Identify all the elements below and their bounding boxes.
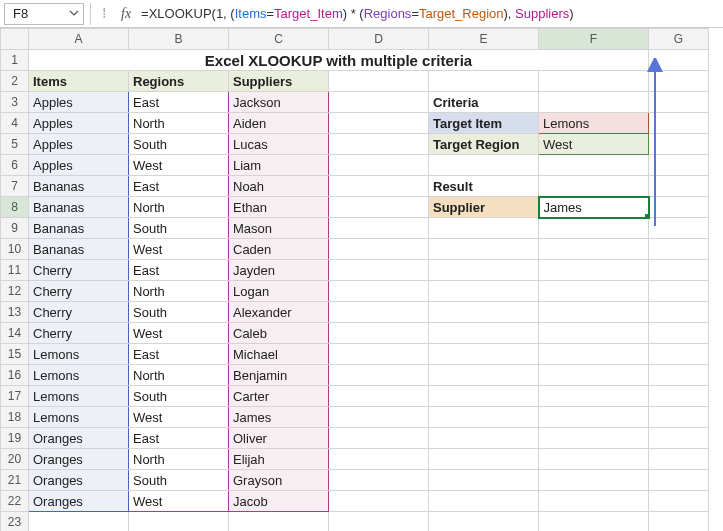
cell[interactable] xyxy=(649,92,709,113)
table-row[interactable]: 16LemonsNorthBenjamin xyxy=(1,365,709,386)
cell[interactable] xyxy=(429,260,539,281)
cell[interactable] xyxy=(329,428,429,449)
cell[interactable] xyxy=(329,344,429,365)
cell[interactable]: Liam xyxy=(229,155,329,176)
table-row[interactable]: 17LemonsSouthCarter xyxy=(1,386,709,407)
cell[interactable] xyxy=(329,407,429,428)
cell[interactable]: Lucas xyxy=(229,134,329,155)
cell[interactable]: Items xyxy=(29,71,129,92)
cell[interactable] xyxy=(539,155,649,176)
cell[interactable]: Benjamin xyxy=(229,365,329,386)
cell[interactable] xyxy=(539,386,649,407)
cell[interactable] xyxy=(329,218,429,239)
cell[interactable]: Oranges xyxy=(29,449,129,470)
cell[interactable]: Oranges xyxy=(29,428,129,449)
cell[interactable] xyxy=(649,428,709,449)
table-row[interactable]: 21OrangesSouthGrayson xyxy=(1,470,709,491)
cell[interactable] xyxy=(429,344,539,365)
cell[interactable]: Lemons xyxy=(29,365,129,386)
table-row[interactable]: 4ApplesNorthAidenTarget ItemLemons xyxy=(1,113,709,134)
cell[interactable] xyxy=(539,239,649,260)
cell[interactable] xyxy=(649,344,709,365)
cell[interactable]: Lemons xyxy=(29,386,129,407)
cell[interactable]: South xyxy=(129,134,229,155)
cell[interactable]: West xyxy=(129,155,229,176)
row-header[interactable]: 17 xyxy=(1,386,29,407)
cell[interactable]: Bananas xyxy=(29,197,129,218)
cell[interactable] xyxy=(539,281,649,302)
cell[interactable]: East xyxy=(129,344,229,365)
row[interactable]: 1 Excel XLOOKUP with multiple criteria xyxy=(1,50,709,71)
row-header[interactable]: 11 xyxy=(1,260,29,281)
row-header[interactable]: 16 xyxy=(1,365,29,386)
cell[interactable]: Cherry xyxy=(29,323,129,344)
cell[interactable]: East xyxy=(129,260,229,281)
cell[interactable]: Noah xyxy=(229,176,329,197)
row-header[interactable]: 13 xyxy=(1,302,29,323)
row-header[interactable]: 2 xyxy=(1,71,29,92)
cell[interactable]: Lemons xyxy=(29,344,129,365)
cell[interactable]: Cherry xyxy=(29,260,129,281)
cell[interactable]: Lemons xyxy=(539,113,649,134)
cell[interactable] xyxy=(539,407,649,428)
cell[interactable]: Elijah xyxy=(229,449,329,470)
cell[interactable] xyxy=(329,92,429,113)
cell[interactable] xyxy=(649,239,709,260)
formula-input[interactable]: =XLOOKUP(1, (Items=Target_Item) * (Regio… xyxy=(137,3,723,25)
cell[interactable] xyxy=(649,197,709,218)
row-header[interactable]: 4 xyxy=(1,113,29,134)
col-header[interactable]: B xyxy=(129,29,229,50)
cell[interactable]: Logan xyxy=(229,281,329,302)
cell[interactable]: South xyxy=(129,386,229,407)
table-row[interactable]: 14CherryWestCaleb xyxy=(1,323,709,344)
cell[interactable] xyxy=(649,323,709,344)
cell[interactable] xyxy=(539,260,649,281)
cell[interactable]: Lemons xyxy=(29,407,129,428)
cell[interactable] xyxy=(649,365,709,386)
cell[interactable] xyxy=(539,176,649,197)
cell[interactable]: West xyxy=(129,491,229,512)
cell[interactable] xyxy=(649,302,709,323)
table-row[interactable]: 18LemonsWestJames xyxy=(1,407,709,428)
cell[interactable]: Cherry xyxy=(29,281,129,302)
cell[interactable] xyxy=(539,92,649,113)
row-header[interactable]: 9 xyxy=(1,218,29,239)
table-row[interactable]: 5ApplesSouthLucasTarget RegionWest xyxy=(1,134,709,155)
cell[interactable]: West xyxy=(129,323,229,344)
cell[interactable] xyxy=(539,344,649,365)
cell[interactable] xyxy=(429,407,539,428)
cell[interactable] xyxy=(429,323,539,344)
cell[interactable] xyxy=(649,155,709,176)
cell[interactable]: Jacob xyxy=(229,491,329,512)
cell[interactable] xyxy=(539,218,649,239)
cell[interactable] xyxy=(329,491,429,512)
cell[interactable]: Apples xyxy=(29,92,129,113)
row-header[interactable]: 22 xyxy=(1,491,29,512)
cell[interactable]: Suppliers xyxy=(229,71,329,92)
cell[interactable] xyxy=(649,176,709,197)
cell[interactable]: Bananas xyxy=(29,176,129,197)
row-header[interactable]: 6 xyxy=(1,155,29,176)
cell[interactable] xyxy=(329,155,429,176)
cell[interactable] xyxy=(329,134,429,155)
cell[interactable] xyxy=(429,281,539,302)
cell[interactable]: West xyxy=(129,407,229,428)
row-header[interactable]: 12 xyxy=(1,281,29,302)
row-header[interactable]: 1 xyxy=(1,50,29,71)
cell[interactable] xyxy=(429,470,539,491)
cell[interactable]: Ethan xyxy=(229,197,329,218)
history-icon[interactable]: ⦙ xyxy=(93,6,115,22)
cell[interactable] xyxy=(539,428,649,449)
cell[interactable] xyxy=(539,302,649,323)
cell[interactable]: Caleb xyxy=(229,323,329,344)
col-header[interactable]: A xyxy=(29,29,129,50)
cell[interactable]: Regions xyxy=(129,71,229,92)
cell[interactable]: Supplier xyxy=(429,197,539,218)
row-header[interactable]: 7 xyxy=(1,176,29,197)
cell[interactable]: Apples xyxy=(29,134,129,155)
cell[interactable] xyxy=(329,365,429,386)
grid[interactable]: A B C D E F G 1 Excel XLOOKUP with multi… xyxy=(0,28,709,531)
table-row[interactable]: 20OrangesNorthElijah xyxy=(1,449,709,470)
cell[interactable]: Bananas xyxy=(29,239,129,260)
row-header[interactable]: 14 xyxy=(1,323,29,344)
